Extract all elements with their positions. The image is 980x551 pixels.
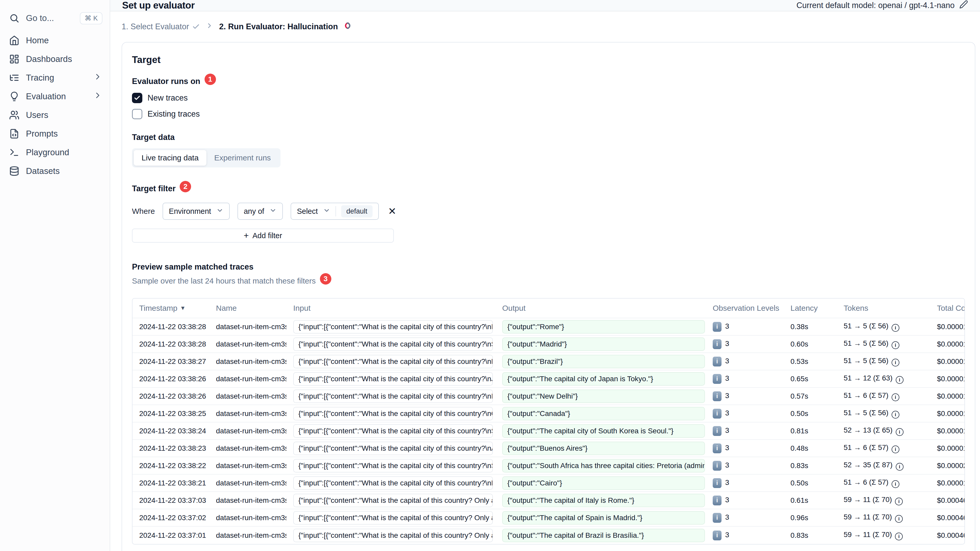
trace-input-json: {"input":[{"content":"What is the capita… [293,459,493,472]
trace-row[interactable]: 2024-11-22 03:38:27dataset-run-item-cm3s… [132,353,964,370]
trace-row[interactable]: 2024-11-22 03:38:28dataset-run-item-cm3s… [132,336,964,353]
trace-total-cost: $0.000016 [930,427,965,435]
breadcrumb-step1[interactable]: 1. Select Evaluator [122,22,200,31]
trace-row[interactable]: 2024-11-22 03:38:25dataset-run-item-cm3s… [132,405,964,422]
trace-input-cell: {"input":[{"content":"What is the capita… [286,407,495,420]
breadcrumb: 1. Select Evaluator 2. Run Evaluator: Ha… [122,11,975,42]
target-heading: Target [132,54,965,65]
trace-observation-levels: i3 [706,443,784,453]
column-header-latency[interactable]: Latency [784,304,837,313]
trace-row[interactable]: 2024-11-22 03:38:22dataset-run-item-cm3s… [132,457,964,475]
filter-column-select[interactable]: Environment [162,203,230,220]
trace-total-cost: $0.000011 ( [930,410,965,418]
sidebar-item-label: Prompts [26,129,102,139]
sidebar-item-tracing[interactable]: Tracing [9,68,102,87]
sidebar-item-home[interactable]: Home [9,31,102,50]
trace-input-json: {"input":[{"content":"What is the capita… [293,337,493,351]
goto-search[interactable]: Go to... ⌘ K [9,9,102,27]
column-header-tokens[interactable]: Tokens [837,304,930,313]
filter-operator-select[interactable]: any of [237,203,283,220]
trace-row[interactable]: 2024-11-22 03:38:24dataset-run-item-cm3s… [132,422,964,440]
sidebar-item-users[interactable]: Users [9,106,102,124]
filter-value-select[interactable]: Select default [291,203,379,220]
target-card: Target Evaluator runs on 1 New traces Ex… [122,42,975,551]
sidebar-item-datasets[interactable]: Datasets [9,162,102,180]
sidebar-item-playground[interactable]: Playground [9,143,102,162]
trace-latency: 0.48s [784,444,837,453]
trace-total-cost: $0.00046 ( [930,514,965,522]
column-header-input[interactable]: Input [286,304,495,313]
trace-output-cell: {"output":"New Delhi"} [495,389,706,403]
tab-live-tracing-data[interactable]: Live tracing data [134,150,206,166]
app-root: Go to... ⌘ K Home Dashboards Tracing [0,0,980,551]
add-filter-button[interactable]: + Add filter [132,229,394,243]
trace-input-cell: {"input":[{"content":"What is the capita… [286,320,495,333]
trace-preview-table: Timestamp▼ Name Input Output Observation… [132,298,965,545]
trace-timestamp: 2024-11-22 03:38:21 [132,479,209,487]
trace-latency: 0.65s [784,375,837,383]
trace-row[interactable]: 2024-11-22 03:38:26dataset-run-item-cm3s… [132,370,964,388]
filter-value-chip: default [341,205,372,218]
sidebar-item-prompts[interactable]: Prompts [9,124,102,143]
trace-table-body: 2024-11-22 03:38:28dataset-run-item-cm3s… [132,318,964,544]
trace-output-json: {"output":"The capital of Spain is Madri… [502,511,705,524]
column-header-timestamp[interactable]: Timestamp▼ [132,304,209,313]
info-icon: i [895,498,903,505]
default-model: Current default model: openai / gpt-4.1-… [797,0,968,11]
trace-row[interactable]: 2024-11-22 03:37:02dataset-run-item-cm3s… [132,509,964,527]
trace-observation-levels: i3 [706,339,784,349]
trace-total-cost: $0.000011 ( [930,323,965,331]
trace-row[interactable]: 2024-11-22 03:38:21dataset-run-item-cm3s… [132,475,964,492]
column-header-name[interactable]: Name [209,304,286,313]
trace-output-json: {"output":"Brazil"} [502,355,705,368]
trace-output-cell: {"output":"Buenos Aires"} [495,441,706,455]
info-icon: i [892,394,899,401]
checkbox-unchecked-icon[interactable] [132,109,142,119]
tab-experiment-runs[interactable]: Experiment runs [206,150,278,166]
info-icon: i [896,376,904,384]
trace-name: dataset-run-item-cm3s4 [209,427,286,435]
trace-row[interactable]: 2024-11-22 03:38:23dataset-run-item-cm3s… [132,440,964,457]
column-header-observation-levels[interactable]: Observation Levels [706,304,784,313]
sidebar-item-evaluation[interactable]: Evaluation [9,87,102,106]
checkbox-existing-traces[interactable]: Existing traces [132,109,965,119]
trace-output-json: {"output":"South Africa has three capita… [502,459,705,472]
preview-heading: Preview sample matched traces [132,262,965,272]
page-title: Set up evaluator [122,0,195,11]
trace-row[interactable]: 2024-11-22 03:38:26dataset-run-item-cm3s… [132,388,964,405]
trace-row[interactable]: 2024-11-22 03:37:03dataset-run-item-cm3s… [132,492,964,509]
default-model-label: Current default model: openai / gpt-4.1-… [797,1,955,10]
checkbox-checked-icon[interactable] [132,93,142,103]
trace-timestamp: 2024-11-22 03:38:23 [132,444,209,453]
table-header-row: Timestamp▼ Name Input Output Observation… [132,299,964,318]
trace-latency: 0.38s [784,323,837,331]
edit-pencil-icon[interactable] [959,0,968,11]
observation-levels-icon: i [713,409,722,419]
trace-input-json: {"input":[{"content":"What is the capita… [293,511,493,524]
trace-latency: 0.60s [784,340,837,348]
trace-tokens: 52 → 35 (Σ 87)i [837,461,930,471]
trace-input-json: {"input":[{"content":"What is the capita… [293,494,493,507]
trace-output-cell: {"output":"Brazil"} [495,355,706,368]
ragas-logo-icon [342,20,353,33]
info-icon: i [896,428,904,436]
trace-name: dataset-run-item-cm3s4 [209,375,286,383]
observation-levels-count: 3 [725,392,729,400]
trace-row[interactable]: 2024-11-22 03:37:01dataset-run-item-cm3s… [132,527,964,544]
column-header-output[interactable]: Output [495,304,706,313]
home-icon [9,35,20,46]
remove-filter-button[interactable]: ✕ [388,206,396,216]
sidebar-item-label: Evaluation [26,92,87,101]
trace-input-cell: {"input":[{"content":"What is the capita… [286,355,495,368]
info-icon: i [892,411,899,419]
checkbox-new-traces[interactable]: New traces [132,93,965,103]
trace-tokens-value: 59 → 11 (Σ 70) [844,513,892,521]
trace-row[interactable]: 2024-11-22 03:38:28dataset-run-item-cm3s… [132,318,964,336]
column-header-total-cost[interactable]: Total Cost [930,304,965,313]
trace-output-json: {"output":"The capital city of Japan is … [502,372,705,386]
chevron-down-icon [323,207,330,216]
check-icon [192,23,200,30]
sidebar-item-label: Users [26,110,102,120]
trace-timestamp: 2024-11-22 03:37:01 [132,531,209,540]
sidebar-item-dashboards[interactable]: Dashboards [9,50,102,68]
